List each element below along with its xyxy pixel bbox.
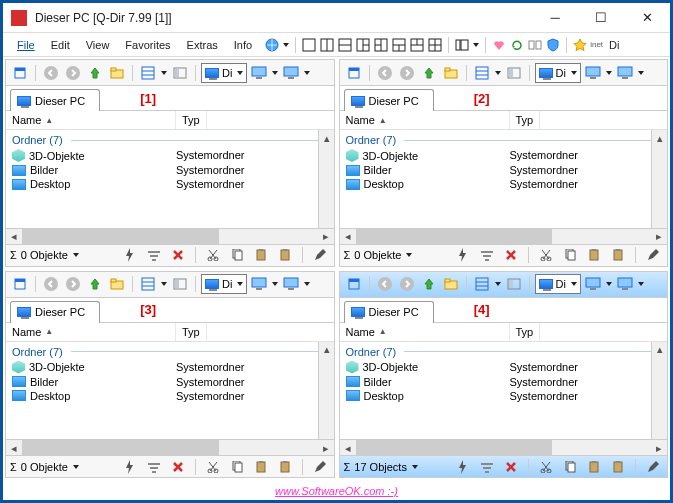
paste2-icon[interactable] bbox=[608, 457, 628, 477]
monitor2-icon[interactable] bbox=[281, 63, 301, 83]
copy-icon[interactable] bbox=[560, 457, 580, 477]
horizontal-scrollbar[interactable]: ◂▸ bbox=[6, 228, 334, 244]
preview-icon[interactable] bbox=[170, 63, 190, 83]
location-tab[interactable]: Dieser PC bbox=[344, 89, 434, 111]
pencil-icon[interactable] bbox=[643, 457, 663, 477]
view-dropdown-icon[interactable] bbox=[494, 71, 502, 75]
list-item[interactable]: Desktop Systemordner bbox=[10, 177, 330, 191]
nav-back-icon[interactable] bbox=[375, 274, 395, 294]
flash-icon[interactable] bbox=[120, 457, 140, 477]
paste-icon[interactable] bbox=[584, 245, 604, 265]
view-dropdown-icon[interactable] bbox=[160, 282, 168, 286]
status-dropdown-icon[interactable] bbox=[411, 465, 419, 469]
close-button[interactable]: ✕ bbox=[624, 3, 670, 33]
maximize-button[interactable]: ☐ bbox=[578, 3, 624, 33]
cut-icon[interactable] bbox=[203, 457, 223, 477]
explorer-icon[interactable] bbox=[107, 63, 127, 83]
list-item[interactable]: Desktop Systemordner bbox=[10, 389, 330, 403]
col-name[interactable]: Name▲ bbox=[6, 323, 176, 341]
drive-dropdown[interactable]: Di bbox=[535, 63, 581, 83]
monitor1-icon[interactable] bbox=[249, 63, 269, 83]
filter-icon[interactable] bbox=[477, 457, 497, 477]
monitor2-icon[interactable] bbox=[281, 274, 301, 294]
monitor2-dropdown-icon[interactable] bbox=[303, 282, 311, 286]
location-tab[interactable]: Dieser PC bbox=[10, 301, 100, 323]
drive-dropdown[interactable]: Di bbox=[201, 274, 247, 294]
col-name[interactable]: Name▲ bbox=[340, 111, 510, 129]
drive-dropdown[interactable]: Di bbox=[535, 274, 581, 294]
list-item[interactable]: 3D-Objekte Systemordner bbox=[344, 360, 664, 375]
list-item[interactable]: Bilder Systemordner bbox=[10, 375, 330, 389]
layout-2h-icon[interactable] bbox=[337, 37, 353, 53]
menu-file[interactable]: File bbox=[9, 37, 43, 53]
explorer-icon[interactable] bbox=[107, 274, 127, 294]
drive-dropdown[interactable]: Di bbox=[201, 63, 247, 83]
heart-icon[interactable] bbox=[491, 37, 507, 53]
paste2-icon[interactable] bbox=[275, 457, 295, 477]
vertical-scrollbar[interactable]: ▴ bbox=[318, 342, 334, 440]
col-type[interactable]: Typ bbox=[510, 111, 541, 129]
vertical-scrollbar[interactable]: ▴ bbox=[318, 130, 334, 228]
new-window-icon[interactable] bbox=[344, 274, 364, 294]
paste2-icon[interactable] bbox=[275, 245, 295, 265]
monitor2-dropdown-icon[interactable] bbox=[303, 71, 311, 75]
delete-icon[interactable] bbox=[501, 457, 521, 477]
preview-icon[interactable] bbox=[504, 274, 524, 294]
monitor2-icon[interactable] bbox=[615, 63, 635, 83]
cut-icon[interactable] bbox=[536, 245, 556, 265]
monitor1-dropdown-icon[interactable] bbox=[271, 71, 279, 75]
location-tab[interactable]: Dieser PC bbox=[10, 89, 100, 111]
view-list-icon[interactable] bbox=[472, 274, 492, 294]
tree-toggle-icon[interactable] bbox=[454, 37, 470, 53]
delete-icon[interactable] bbox=[168, 457, 188, 477]
horizontal-scrollbar[interactable]: ◂▸ bbox=[340, 439, 668, 455]
layout-2v-icon[interactable] bbox=[319, 37, 335, 53]
preview-icon[interactable] bbox=[170, 274, 190, 294]
nav-forward-icon[interactable] bbox=[397, 274, 417, 294]
group-header[interactable]: Ordner (7) bbox=[344, 344, 664, 360]
filter-icon[interactable] bbox=[144, 457, 164, 477]
vertical-scrollbar[interactable]: ▴ bbox=[651, 130, 667, 228]
col-name[interactable]: Name▲ bbox=[6, 111, 176, 129]
star-icon[interactable] bbox=[572, 37, 588, 53]
layout-3d-icon[interactable] bbox=[409, 37, 425, 53]
nav-forward-icon[interactable] bbox=[63, 63, 83, 83]
copy-icon[interactable] bbox=[227, 245, 247, 265]
cut-icon[interactable] bbox=[203, 245, 223, 265]
group-header[interactable]: Ordner (7) bbox=[10, 344, 330, 360]
explorer-icon[interactable] bbox=[441, 274, 461, 294]
cut-icon[interactable] bbox=[536, 457, 556, 477]
list-item[interactable]: Desktop Systemordner bbox=[344, 177, 664, 191]
flash-icon[interactable] bbox=[453, 457, 473, 477]
location-tab[interactable]: Dieser PC bbox=[344, 301, 434, 323]
nav-forward-icon[interactable] bbox=[63, 274, 83, 294]
copy-icon[interactable] bbox=[227, 457, 247, 477]
view-dropdown-icon[interactable] bbox=[494, 282, 502, 286]
filter-icon[interactable] bbox=[144, 245, 164, 265]
view-list-icon[interactable] bbox=[138, 274, 158, 294]
layout-1-icon[interactable] bbox=[301, 37, 317, 53]
menu-extras[interactable]: Extras bbox=[179, 37, 226, 53]
menu-info[interactable]: Info bbox=[226, 37, 260, 53]
layout-3a-icon[interactable] bbox=[355, 37, 371, 53]
new-window-icon[interactable] bbox=[10, 63, 30, 83]
view-list-icon[interactable] bbox=[138, 63, 158, 83]
menu-favorites[interactable]: Favorites bbox=[117, 37, 178, 53]
menu-view[interactable]: View bbox=[78, 37, 118, 53]
globe-dropdown-icon[interactable] bbox=[282, 43, 290, 47]
col-type[interactable]: Typ bbox=[176, 323, 207, 341]
paste2-icon[interactable] bbox=[608, 245, 628, 265]
horizontal-scrollbar[interactable]: ◂▸ bbox=[340, 228, 668, 244]
nav-back-icon[interactable] bbox=[41, 63, 61, 83]
status-dropdown-icon[interactable] bbox=[72, 465, 80, 469]
monitor1-dropdown-icon[interactable] bbox=[271, 282, 279, 286]
refresh-icon[interactable] bbox=[509, 37, 525, 53]
nav-up-icon[interactable] bbox=[85, 63, 105, 83]
delete-icon[interactable] bbox=[168, 245, 188, 265]
tree-dropdown-icon[interactable] bbox=[472, 43, 480, 47]
group-header[interactable]: Ordner (7) bbox=[344, 132, 664, 148]
delete-icon[interactable] bbox=[501, 245, 521, 265]
list-item[interactable]: Bilder Systemordner bbox=[344, 163, 664, 177]
list-item[interactable]: Bilder Systemordner bbox=[344, 375, 664, 389]
menu-edit[interactable]: Edit bbox=[43, 37, 78, 53]
